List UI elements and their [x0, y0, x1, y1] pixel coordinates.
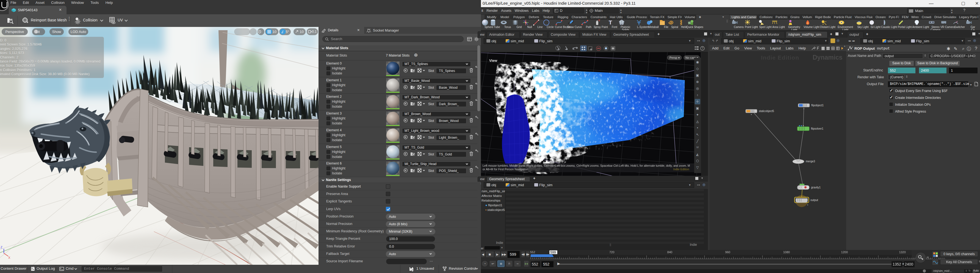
svg-text:flipobject1: flipobject1 — [811, 104, 824, 107]
svg-text:merge3: merge3 — [806, 160, 815, 163]
svg-text:output: output — [810, 198, 818, 202]
svg-text:Left mouse tumbles. Middle pan: Left mouse tumbles. Middle pans. Right d… — [482, 164, 690, 167]
svg-text:View: View — [489, 59, 498, 63]
svg-text:flipsolver1: flipsolver1 — [811, 127, 823, 130]
svg-text:or Alt+M for First Person Navi: or Alt+M for First Person Navigation. — [482, 168, 529, 171]
svg-text:staticobject5: staticobject5 — [759, 110, 774, 113]
svg-text:?: ? — [702, 47, 703, 50]
svg-text:X: X — [8, 256, 10, 259]
svg-text:gravity1: gravity1 — [811, 186, 821, 189]
svg-text:Z: Z — [0, 246, 3, 249]
svg-text:Persp ▾: Persp ▾ — [670, 56, 680, 59]
svg-text:T: T — [609, 19, 612, 25]
svg-text:Indie Edition: Indie Edition — [673, 168, 689, 171]
